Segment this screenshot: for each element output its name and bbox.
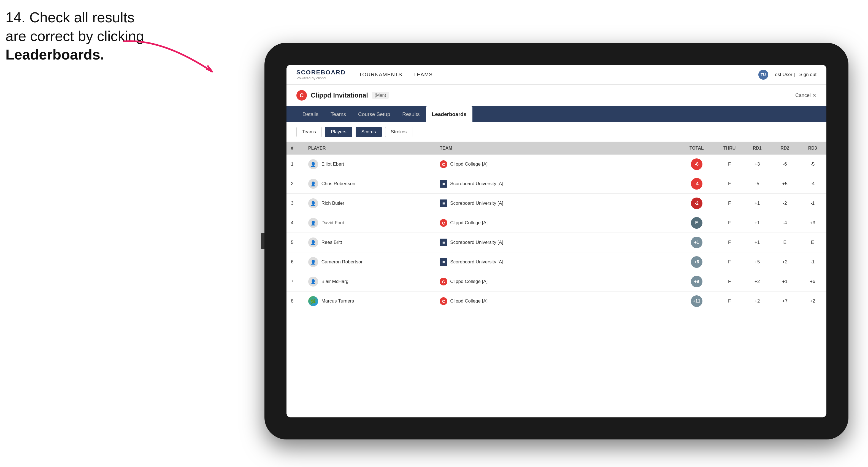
row-total: +9 (678, 272, 716, 291)
row-rd3: -1 (799, 194, 827, 213)
row-total: +6 (678, 252, 716, 272)
row-rd3: -4 (799, 174, 827, 194)
player-avatar: 👤 (308, 159, 318, 169)
team-logo: ▦ (440, 180, 447, 188)
player-name: Chris Robertson (321, 181, 355, 187)
row-thru: F (716, 155, 743, 174)
row-thru: F (716, 272, 743, 291)
row-total: +1 (678, 233, 716, 252)
player-name: Elliot Ebert (321, 161, 344, 167)
row-num: 1 (286, 155, 304, 174)
signout-link[interactable]: Sign out (799, 72, 816, 77)
team-name: Scoreboard University [A] (450, 200, 503, 206)
row-thru: F (716, 252, 743, 272)
row-rd3: -1 (799, 252, 827, 272)
filter-teams[interactable]: Teams (297, 127, 322, 137)
row-player: 👤 Blair McHarg (304, 272, 435, 291)
tournament-left: C Clippd Invitational (Men) (297, 90, 389, 100)
table-row: 3 👤 Rich Butler ▦ Scoreboard University … (286, 194, 827, 213)
row-rd1: +3 (743, 155, 771, 174)
col-header-team: TEAM (435, 142, 677, 155)
score-badge: +9 (691, 276, 703, 287)
row-rd3: +6 (799, 272, 827, 291)
row-team: C Clippd College [A] (435, 213, 677, 233)
tab-teams[interactable]: Teams (324, 106, 352, 122)
row-rd2: +1 (771, 272, 799, 291)
annotation-arrow (107, 33, 267, 88)
row-num: 3 (286, 194, 304, 213)
tab-details[interactable]: Details (297, 106, 324, 122)
tablet-side-button (261, 233, 265, 249)
row-num: 6 (286, 252, 304, 272)
row-rd2: -4 (771, 213, 799, 233)
row-total: -4 (678, 174, 716, 194)
row-total: -2 (678, 194, 716, 213)
cancel-button[interactable]: Cancel ✕ (795, 92, 816, 98)
team-logo: ▦ (440, 258, 447, 266)
tab-bar: Details Teams Course Setup Results Leade… (286, 106, 827, 122)
row-thru: F (716, 194, 743, 213)
row-num: 4 (286, 213, 304, 233)
col-header-player: PLAYER (304, 142, 435, 155)
player-avatar: 🌿 (308, 296, 318, 306)
row-player: 👤 Elliot Ebert (304, 155, 435, 174)
team-logo: C (440, 160, 447, 168)
table-row: 1 👤 Elliot Ebert C Clippd College [A] -8… (286, 155, 827, 174)
score-badge: +11 (691, 295, 703, 307)
score-badge: +6 (691, 256, 703, 268)
player-name: Rich Butler (321, 200, 344, 206)
score-badge: -2 (691, 197, 703, 209)
team-name: Clippd College [A] (450, 279, 488, 284)
table-row: 5 👤 Rees Britt ▦ Scoreboard University [… (286, 233, 827, 252)
nav-tournaments[interactable]: TOURNAMENTS (359, 70, 402, 79)
player-name: Rees Britt (321, 240, 342, 245)
team-name: Scoreboard University [A] (450, 240, 503, 245)
row-team: ▦ Scoreboard University [A] (435, 252, 677, 272)
row-thru: F (716, 291, 743, 311)
row-rd2: -6 (771, 155, 799, 174)
row-num: 2 (286, 174, 304, 194)
nav-teams[interactable]: TEAMS (413, 70, 433, 79)
team-logo: C (440, 219, 447, 227)
row-rd2: +7 (771, 291, 799, 311)
tab-results[interactable]: Results (396, 106, 426, 122)
tournament-badge: (Men) (372, 92, 389, 99)
player-avatar: 👤 (308, 198, 318, 208)
row-rd3: -5 (799, 155, 827, 174)
tournament-header: C Clippd Invitational (Men) Cancel ✕ (286, 85, 827, 106)
row-num: 5 (286, 233, 304, 252)
row-player: 👤 Chris Robertson (304, 174, 435, 194)
score-badge: E (691, 217, 703, 229)
team-logo: C (440, 278, 447, 285)
row-total: E (678, 213, 716, 233)
player-avatar: 👤 (308, 238, 318, 247)
row-rd2: -2 (771, 194, 799, 213)
leaderboard-tbody: 1 👤 Elliot Ebert C Clippd College [A] -8… (286, 155, 827, 311)
filter-players[interactable]: Players (325, 127, 352, 137)
table-header-row: # PLAYER TEAM TOTAL THRU RD1 RD2 RD3 (286, 142, 827, 155)
row-team: ▦ Scoreboard University [A] (435, 194, 677, 213)
score-badge: +1 (691, 237, 703, 248)
col-header-thru: THRU (716, 142, 743, 155)
row-team: C Clippd College [A] (435, 291, 677, 311)
tab-course-setup[interactable]: Course Setup (352, 106, 396, 122)
filter-scores[interactable]: Scores (355, 127, 382, 137)
row-rd1: +2 (743, 291, 771, 311)
score-badge: -4 (691, 178, 703, 190)
player-avatar: 👤 (308, 277, 318, 286)
table-row: 4 👤 David Ford C Clippd College [A] E F … (286, 213, 827, 233)
team-logo: ▦ (440, 239, 447, 246)
nav-right: TU Test User | Sign out (758, 70, 816, 80)
row-rd1: +5 (743, 252, 771, 272)
row-rd2: +5 (771, 174, 799, 194)
row-rd1: +2 (743, 272, 771, 291)
filter-strokes[interactable]: Strokes (385, 127, 413, 137)
table-row: 2 👤 Chris Robertson ▦ Scoreboard Univers… (286, 174, 827, 194)
tab-leaderboards[interactable]: Leaderboards (426, 106, 473, 122)
col-header-total: TOTAL (678, 142, 716, 155)
row-num: 7 (286, 272, 304, 291)
row-thru: F (716, 213, 743, 233)
tournament-logo: C (297, 90, 307, 100)
nav-links: TOURNAMENTS TEAMS (359, 70, 758, 79)
tablet-screen: SCOREBOARD Powered by clippd TOURNAMENTS… (286, 65, 827, 417)
